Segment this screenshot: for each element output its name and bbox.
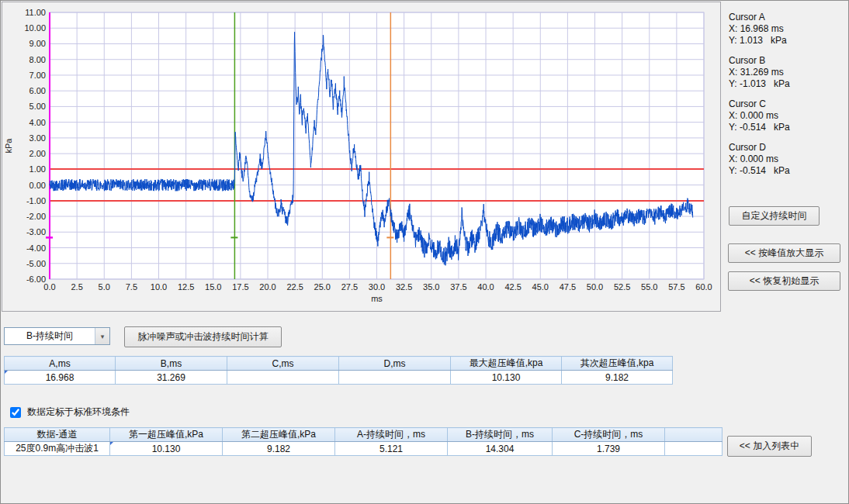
svg-text:27.5: 27.5 <box>341 282 358 292</box>
add-to-list-button[interactable]: << 加入列表中 <box>727 436 812 457</box>
svg-text:42.5: 42.5 <box>504 282 521 292</box>
cursor-d-y: Y: -0.514 kPa <box>729 165 790 177</box>
cursor-c-readout: Cursor C X: 0.000 ms Y: -0.514 kPa <box>729 98 790 133</box>
duration-type-value: B-持续时间 <box>5 330 95 343</box>
col-max-peak: 最大超压峰值,kpa <box>451 357 562 371</box>
svg-text:kPa: kPa <box>4 138 13 154</box>
svg-text:10.0: 10.0 <box>151 282 167 292</box>
cursor-a-y: Y: 1.013 kPa <box>729 35 787 47</box>
cell-b-duration[interactable]: 14.304 <box>448 442 553 456</box>
svg-text:-6.00: -6.00 <box>26 274 46 284</box>
cursor-b-title: Cursor B <box>729 55 790 67</box>
svg-text:37.5: 37.5 <box>450 282 466 292</box>
svg-text:0.00: 0.00 <box>29 181 46 190</box>
svg-text:15.0: 15.0 <box>205 282 221 292</box>
cell-empty[interactable] <box>665 442 723 456</box>
standard-conditions-checkbox[interactable] <box>10 407 21 418</box>
cursor-c-y: Y: -0.514 kPa <box>729 122 790 133</box>
svg-text:9.00: 9.00 <box>29 39 46 48</box>
svg-text:25.0: 25.0 <box>314 282 331 292</box>
svg-text:8.00: 8.00 <box>29 55 46 64</box>
svg-text:50.0: 50.0 <box>587 282 603 292</box>
channel-summary-row: 25度0.9m高冲击波1 10.130 9.182 5.121 14.304 1… <box>5 442 723 456</box>
svg-text:5.00: 5.00 <box>29 102 46 111</box>
cell-second-peak2[interactable]: 9.182 <box>223 442 335 456</box>
col-a-duration: A-持续时间，ms <box>335 428 448 442</box>
col-b-ms: B,ms <box>116 357 227 371</box>
cursor-a-title: Cursor A <box>729 12 787 23</box>
cursor-b-x: X: 31.269 ms <box>729 67 790 78</box>
svg-text:20.0: 20.0 <box>259 282 275 292</box>
cursor-results-header-row: A,ms B,ms C,ms D,ms 最大超压峰值,kpa 其次超压峰值,kp… <box>5 357 673 371</box>
col-b-duration: B-持续时间，ms <box>448 428 553 442</box>
cursor-d-title: Cursor D <box>729 142 790 154</box>
svg-text:60.0: 60.0 <box>695 282 712 292</box>
svg-text:2.5: 2.5 <box>71 282 82 292</box>
cell-a-ms[interactable]: 16.968 <box>5 371 116 385</box>
cursor-c-title: Cursor C <box>729 98 790 110</box>
svg-text:2.00: 2.00 <box>29 149 46 158</box>
calc-duration-button[interactable]: 脉冲噪声或冲击波持续时间计算 <box>124 326 282 347</box>
app-window: 0.02.55.07.510.012.515.017.520.022.525.0… <box>0 0 849 504</box>
svg-text:17.5: 17.5 <box>232 282 248 292</box>
cursor-c-x: X: 0.000 ms <box>729 110 790 122</box>
svg-text:-4.00: -4.00 <box>26 243 46 253</box>
col-empty <box>665 428 723 442</box>
svg-text:-3.00: -3.00 <box>26 227 46 236</box>
col-c-ms: C,ms <box>227 357 339 371</box>
channel-summary-table: 数据-通道 第一超压峰值,kPa 第二超压峰值,kPa A-持续时间，ms B-… <box>4 427 723 456</box>
svg-text:30.0: 30.0 <box>369 282 385 292</box>
col-second-peak: 其次超压峰值,kpa <box>562 357 673 371</box>
svg-text:6.00: 6.00 <box>29 86 46 95</box>
svg-text:45.0: 45.0 <box>532 282 549 292</box>
cursor-b-y: Y: -1.013 kPa <box>729 78 790 90</box>
waveform-plot[interactable]: 0.02.55.07.510.012.515.017.520.022.525.0… <box>2 2 720 311</box>
cursor-b-readout: Cursor B X: 31.269 ms Y: -1.013 kPa <box>729 55 790 90</box>
col-first-peak: 第一超压峰值,kPa <box>110 428 223 442</box>
svg-text:-5.00: -5.00 <box>26 259 46 268</box>
cell-first-peak[interactable]: 10.130 <box>110 442 223 456</box>
svg-text:4.00: 4.00 <box>29 118 46 127</box>
cursor-d-readout: Cursor D X: 0.000 ms Y: -0.514 kPa <box>729 142 790 177</box>
svg-text:3.00: 3.00 <box>29 133 46 143</box>
cursor-results-row: 16.968 31.269 10.130 9.182 <box>5 371 673 385</box>
svg-text:7.5: 7.5 <box>126 282 137 292</box>
duration-type-dropdown[interactable]: B-持续时间 ▾ <box>4 327 110 345</box>
svg-text:5.0: 5.0 <box>99 282 110 292</box>
cursor-results-table: A,ms B,ms C,ms D,ms 最大超压峰值,kpa 其次超压峰值,kp… <box>4 356 673 385</box>
cell-c-duration[interactable]: 1.739 <box>553 442 665 456</box>
svg-text:-1.00: -1.00 <box>26 196 46 205</box>
svg-text:55.0: 55.0 <box>641 282 657 292</box>
svg-text:11.00: 11.00 <box>25 8 46 17</box>
cursor-a-readout: Cursor A X: 16.968 ms Y: 1.013 kPa <box>729 12 787 47</box>
cell-data-channel[interactable]: 25度0.9m高冲击波1 <box>5 442 110 456</box>
cursor-a-x: X: 16.968 ms <box>729 23 787 35</box>
cell-max-peak[interactable]: 10.130 <box>451 371 562 385</box>
restore-view-button[interactable]: << 恢复初始显示 <box>728 271 840 291</box>
col-d-ms: D,ms <box>339 357 451 371</box>
svg-text:57.5: 57.5 <box>668 282 684 292</box>
svg-text:52.5: 52.5 <box>614 282 630 292</box>
svg-text:47.5: 47.5 <box>560 282 576 292</box>
cell-c-ms[interactable] <box>227 371 339 385</box>
svg-text:22.5: 22.5 <box>286 282 303 292</box>
channel-summary-header-row: 数据-通道 第一超压峰值,kPa 第二超压峰值,kPa A-持续时间，ms B-… <box>5 428 723 442</box>
standard-conditions-row[interactable]: 数据定标于标准环境条件 <box>10 406 130 419</box>
cell-second-peak[interactable]: 9.182 <box>562 371 673 385</box>
cell-b-ms[interactable]: 31.269 <box>116 371 227 385</box>
svg-text:7.00: 7.00 <box>29 71 46 80</box>
svg-text:ms: ms <box>371 294 383 303</box>
waveform-chart-panel[interactable]: 0.02.55.07.510.012.515.017.520.022.525.0… <box>2 2 721 312</box>
chevron-down-icon[interactable]: ▾ <box>95 328 109 344</box>
svg-text:10.00: 10.00 <box>24 23 46 33</box>
cursor-d-x: X: 0.000 ms <box>729 154 790 165</box>
cell-a-duration[interactable]: 5.121 <box>335 442 448 456</box>
standard-conditions-label: 数据定标于标准环境条件 <box>27 406 130 419</box>
svg-text:32.5: 32.5 <box>396 282 412 292</box>
col-data-channel: 数据-通道 <box>5 428 110 442</box>
zoom-to-peak-button[interactable]: << 按峰值放大显示 <box>728 243 840 263</box>
col-a-ms: A,ms <box>5 357 116 371</box>
cell-d-ms[interactable] <box>339 371 451 385</box>
custom-duration-button[interactable]: 自定义持续时间 <box>729 206 820 226</box>
svg-text:1.00: 1.00 <box>29 164 46 174</box>
